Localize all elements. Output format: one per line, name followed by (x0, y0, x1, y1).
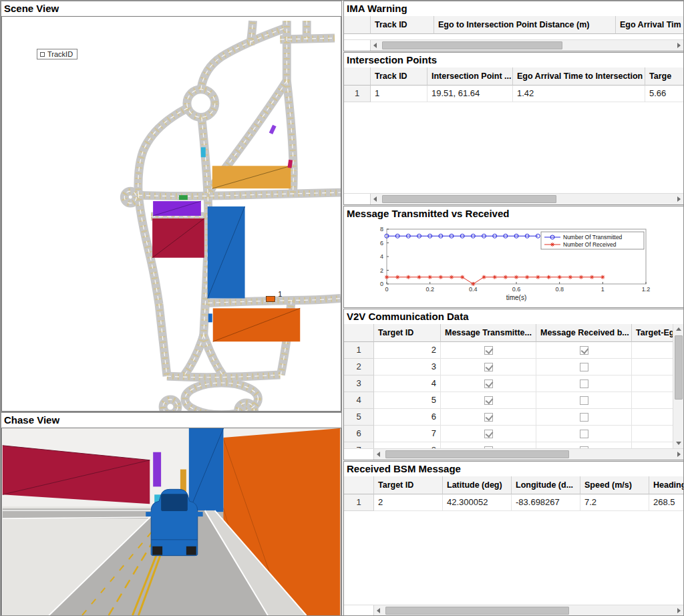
table-cell[interactable]: 2 (374, 494, 443, 511)
checkbox-checked-icon[interactable] (484, 346, 493, 355)
checkbox-checked-icon[interactable] (484, 363, 493, 371)
table-cell[interactable]: 7.2 (580, 494, 649, 511)
column-header[interactable]: Longitude (d... (512, 476, 580, 494)
x-tick-label: 0.2 (425, 286, 434, 293)
checkbox-checked-icon[interactable] (484, 379, 493, 388)
h-scrollbar-thumb[interactable] (385, 607, 569, 615)
table-cell[interactable]: 3 (374, 359, 441, 375)
table-cell (536, 342, 632, 359)
row-number[interactable]: 5 (344, 409, 374, 426)
h-scrollbar-track[interactable] (382, 40, 673, 51)
y-tick-label: 4 (380, 253, 383, 260)
checkbox-unchecked-icon[interactable] (580, 363, 588, 371)
scroll-left-arrow-icon[interactable] (371, 40, 382, 51)
h-scrollbar-track[interactable] (385, 605, 673, 616)
scroll-right-arrow-icon[interactable] (673, 605, 684, 616)
scroll-right-arrow-icon[interactable] (673, 449, 684, 460)
row-header-corner[interactable] (344, 476, 374, 494)
h-scrollbar-track[interactable] (385, 449, 673, 460)
column-header[interactable]: Ego Arrival Tim (616, 16, 684, 34)
app-window: Scene View (0, 0, 684, 616)
checkbox-unchecked-icon[interactable] (580, 379, 588, 388)
v-scrollbar-track[interactable] (673, 335, 684, 437)
chase-view-canvas[interactable] (1, 428, 341, 616)
ima-warning-panel: IMA Warning Track IDEgo to Intersection … (343, 1, 684, 51)
table-row: 56 (344, 409, 684, 426)
h-scrollbar-thumb[interactable] (382, 41, 562, 49)
h-scrollbar-track[interactable] (382, 194, 673, 204)
rear-window (161, 494, 188, 511)
table-cell[interactable]: 5.66 (645, 86, 684, 102)
row-number[interactable]: 3 (344, 375, 374, 392)
scroll-left-arrow-icon[interactable] (371, 194, 382, 205)
row-number[interactable]: 7 (344, 442, 374, 448)
chase-3d-view[interactable] (2, 428, 341, 615)
column-header[interactable]: Target ID (374, 476, 443, 494)
checkbox-checked-icon[interactable] (484, 413, 493, 422)
checkbox-unchecked-icon[interactable] (580, 413, 588, 422)
h-scrollbar-thumb[interactable] (385, 450, 569, 458)
scroll-left-arrow-icon[interactable] (374, 449, 385, 460)
scroll-up-arrow-icon[interactable] (673, 324, 684, 335)
row-number[interactable]: 1 (344, 86, 371, 102)
column-header[interactable]: Ego to Intersection Point Distance (m) (434, 16, 616, 34)
column-header[interactable]: Heading (649, 476, 684, 494)
row-header-corner[interactable] (344, 324, 374, 342)
column-header[interactable]: Targe (645, 67, 684, 86)
series-asterisk (385, 275, 605, 286)
table-cell (441, 442, 536, 448)
table-row: 67 (344, 426, 684, 442)
row-number[interactable]: 6 (344, 426, 374, 442)
table-cell[interactable]: 8 (374, 442, 441, 448)
checkbox-checked-icon[interactable] (484, 430, 493, 438)
row-number[interactable]: 1 (344, 342, 374, 359)
scroll-left-arrow-icon[interactable] (374, 605, 385, 616)
y-tick-label: 2 (380, 267, 383, 274)
scroll-right-arrow-icon[interactable] (673, 194, 684, 205)
scene-view-canvas[interactable]: 1 TrackID (1, 16, 341, 412)
column-header[interactable]: Message Transmitte... (441, 324, 536, 342)
checkbox-unchecked-icon[interactable] (580, 430, 588, 438)
table-cell[interactable]: 42.300052 (443, 494, 512, 511)
table-cell[interactable]: -83.698267 (512, 494, 580, 511)
column-header[interactable]: Intersection Point ... (428, 67, 513, 86)
column-header[interactable]: Track ID (371, 16, 434, 34)
checkbox-checked-icon[interactable] (484, 446, 493, 449)
column-header[interactable]: Message Received b... (536, 324, 632, 342)
trackid-legend[interactable]: TrackID (37, 49, 77, 59)
checkbox-checked-icon[interactable] (484, 396, 493, 405)
v-scrollbar-thumb[interactable] (675, 335, 683, 400)
table-cell[interactable]: 4 (374, 375, 441, 392)
scene-map[interactable]: 1 (2, 17, 341, 411)
building-blue (208, 206, 245, 298)
column-header[interactable]: Speed (m/s) (580, 476, 649, 494)
table-cell[interactable]: 19.51, 61.64 (428, 86, 513, 102)
table-row: 1119.51, 61.641.425.66 (344, 86, 684, 102)
table-cell[interactable]: 268.5 (649, 494, 684, 511)
column-header[interactable]: Latitude (deg) (443, 476, 512, 494)
building-purple (153, 452, 161, 487)
table-cell[interactable]: 7 (374, 426, 441, 442)
row-header-corner[interactable] (344, 67, 371, 86)
chart-legend: Number Of TransmittedNumber Of Received (541, 232, 644, 249)
checkbox-unchecked-icon[interactable] (580, 396, 588, 405)
h-scrollbar-thumb[interactable] (382, 195, 556, 203)
table-cell[interactable]: 5 (374, 392, 441, 409)
received-bsm-panel: Received BSM Message Target IDLatitude (… (343, 461, 684, 616)
column-header[interactable]: Track ID (371, 67, 428, 86)
row-number[interactable]: 2 (344, 359, 374, 375)
scroll-right-arrow-icon[interactable] (673, 40, 684, 51)
table-cell[interactable]: 1.42 (513, 86, 645, 102)
checkbox-unchecked-icon[interactable] (580, 446, 588, 449)
row-number[interactable]: 4 (344, 392, 374, 409)
table-cell[interactable]: 1 (371, 86, 428, 102)
scroll-down-arrow-icon[interactable] (673, 437, 684, 448)
table-cell[interactable]: 6 (374, 409, 441, 426)
table-cell[interactable]: 2 (374, 342, 441, 359)
y-tick-label: 0 (380, 281, 383, 287)
row-header-corner[interactable] (344, 16, 371, 34)
column-header[interactable]: Target ID (374, 324, 441, 342)
column-header[interactable]: Ego Arrival Time to Intersection (s... (513, 67, 645, 86)
row-number[interactable]: 1 (344, 494, 374, 511)
checkbox-checked-icon[interactable] (580, 346, 588, 355)
